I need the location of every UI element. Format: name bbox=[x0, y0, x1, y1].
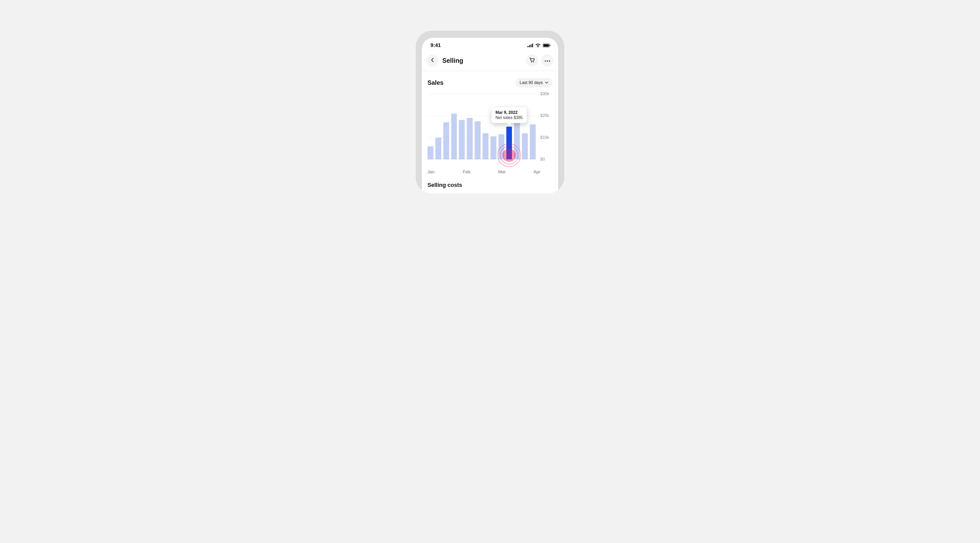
device-frame: 9:41 Selling bbox=[416, 31, 564, 194]
svg-rect-1 bbox=[529, 45, 530, 47]
svg-point-7 bbox=[531, 62, 532, 62]
chart-bar[interactable] bbox=[514, 118, 520, 159]
wifi-icon bbox=[535, 43, 541, 48]
x-tick: Mar bbox=[498, 169, 506, 175]
chart-bar[interactable] bbox=[483, 133, 488, 159]
svg-rect-6 bbox=[550, 45, 550, 46]
y-axis: $30k$20k$10k$0 bbox=[539, 94, 552, 159]
y-tick: $30k bbox=[540, 92, 549, 96]
y-tick: $20k bbox=[540, 113, 549, 118]
svg-rect-5 bbox=[544, 44, 549, 46]
svg-point-11 bbox=[549, 61, 550, 62]
svg-point-8 bbox=[533, 62, 534, 62]
battery-icon bbox=[543, 44, 550, 47]
chart-bar[interactable] bbox=[451, 114, 457, 159]
status-time: 9:41 bbox=[431, 42, 441, 48]
sales-title: Sales bbox=[428, 79, 444, 86]
status-bar: 9:41 bbox=[422, 38, 558, 51]
y-tick: $10k bbox=[540, 135, 549, 140]
nav-bar: Selling bbox=[422, 51, 558, 71]
chart-bar[interactable] bbox=[490, 136, 496, 159]
cellular-icon bbox=[528, 44, 533, 47]
tooltip-metric: Net sales $385 bbox=[496, 115, 523, 120]
chart-bar[interactable] bbox=[522, 133, 528, 159]
x-tick: Jan bbox=[428, 169, 434, 175]
chart-bar[interactable] bbox=[467, 118, 473, 159]
more-button[interactable] bbox=[541, 54, 554, 67]
status-icons bbox=[528, 43, 550, 48]
chevron-left-icon bbox=[430, 57, 435, 64]
more-horizontal-icon bbox=[545, 58, 550, 63]
chart-bar[interactable] bbox=[443, 122, 449, 159]
screen: 9:41 Selling bbox=[422, 38, 558, 194]
chart-bar[interactable] bbox=[475, 121, 480, 159]
x-tick: Feb bbox=[463, 169, 470, 175]
svg-rect-2 bbox=[531, 45, 531, 47]
sales-header: Sales Last 90 days bbox=[428, 78, 552, 87]
date-range-label: Last 90 days bbox=[520, 80, 543, 85]
chart-bar[interactable] bbox=[428, 146, 433, 159]
nav-left: Selling bbox=[426, 54, 463, 67]
chart-bar[interactable] bbox=[459, 120, 465, 159]
page-title: Selling bbox=[442, 57, 463, 64]
tooltip-date: Mar 9, 2022 bbox=[496, 110, 523, 115]
svg-point-9 bbox=[545, 61, 546, 62]
chevron-down-icon bbox=[545, 81, 549, 84]
sales-chart: Mar 9, 2022Net sales $385 $30k$20k$10k$0… bbox=[428, 94, 552, 169]
content: Sales Last 90 days Mar 9, 2022Net sales … bbox=[422, 71, 558, 194]
selling-costs-title: Selling costs bbox=[428, 182, 552, 188]
svg-point-10 bbox=[547, 61, 548, 62]
bars bbox=[428, 94, 536, 159]
chart-tooltip: Mar 9, 2022Net sales $385 bbox=[492, 107, 527, 123]
nav-right bbox=[526, 54, 554, 67]
chart-plot[interactable]: Mar 9, 2022Net sales $385 bbox=[428, 94, 536, 159]
back-button[interactable] bbox=[426, 54, 439, 67]
chart-bar[interactable] bbox=[530, 124, 536, 159]
date-range-selector[interactable]: Last 90 days bbox=[515, 78, 552, 87]
x-tick: Apr bbox=[534, 169, 540, 175]
y-tick: $0 bbox=[540, 157, 545, 162]
svg-rect-3 bbox=[532, 44, 533, 47]
cart-button[interactable] bbox=[526, 54, 538, 67]
svg-rect-0 bbox=[528, 46, 528, 47]
cart-icon bbox=[529, 57, 535, 64]
chart-bar[interactable] bbox=[435, 138, 441, 159]
chart-bar[interactable] bbox=[498, 134, 504, 159]
chart-bar-highlight[interactable] bbox=[506, 127, 512, 159]
